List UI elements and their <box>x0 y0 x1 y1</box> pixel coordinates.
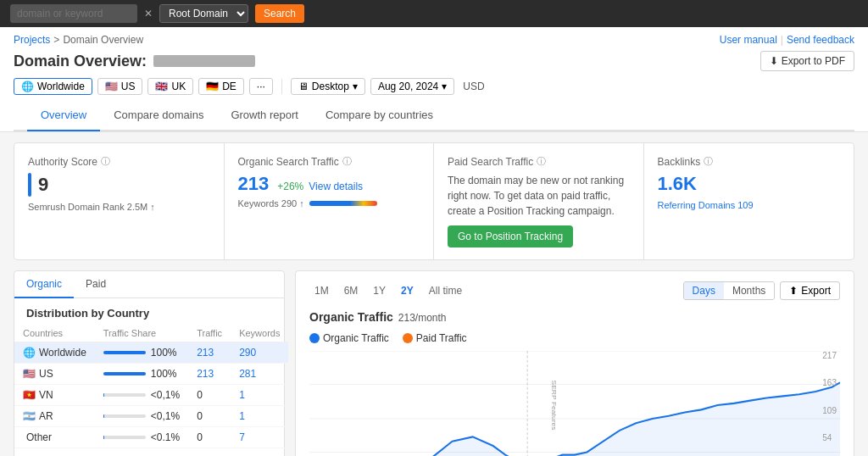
chart-title: Organic Traffic <box>309 310 393 324</box>
backlinks-value: 1.6K <box>658 173 841 195</box>
tab-growth-report[interactable]: Growth report <box>217 100 311 131</box>
traffic-share-value: <0.1% <box>151 431 180 443</box>
traffic-bar-container <box>103 436 146 439</box>
keywords-cell: 7 <box>231 427 288 448</box>
de-filter[interactable]: 🇩🇪 DE <box>198 78 244 95</box>
left-panel: Organic Paid Distribution by Country Cou… <box>14 270 285 456</box>
search-input[interactable] <box>10 4 137 23</box>
country-name-label: Other <box>26 431 52 443</box>
chart-subtitle: 213/month <box>398 312 447 324</box>
panel-tab-organic[interactable]: Organic <box>14 271 74 298</box>
traffic-bar-container <box>103 372 146 375</box>
uk-filter[interactable]: 🇬🇧 UK <box>147 78 193 95</box>
breadcrumb-projects[interactable]: Projects <box>14 34 50 46</box>
tab-compare-countries[interactable]: Compare by countries <box>312 100 447 131</box>
legend-paid: Paid Traffic <box>403 332 467 344</box>
view-details-link[interactable]: View details <box>309 181 363 192</box>
currency-label: USD <box>459 81 487 92</box>
backlinks-card: Backlinks ⓘ 1.6K Referring Domains 109 <box>644 143 854 259</box>
country-table: Countries Traffic Share Traffic Keywords… <box>14 325 288 448</box>
traffic-share-value: 100% <box>151 368 177 380</box>
export-icon: ⬇ <box>770 55 778 67</box>
backlinks-label: Backlinks ⓘ <box>658 155 841 168</box>
device-chevron-icon: ▾ <box>353 81 358 92</box>
date-filter[interactable]: Aug 20, 2024 ▾ <box>370 78 454 95</box>
paid-description: The domain may be new or not ranking rig… <box>448 173 630 219</box>
tab-overview[interactable]: Overview <box>27 100 100 131</box>
device-filter[interactable]: 🖥 Desktop ▾ <box>291 78 365 95</box>
right-panel: 1M 6M 1Y 2Y All time Days Months ⬆ Expor… <box>295 270 854 456</box>
organic-traffic-chart: SERP Features 217 163 109 54 0 <box>309 351 840 456</box>
country-flag-icon: 🇻🇳 <box>23 389 36 401</box>
time-btn-all[interactable]: All time <box>424 283 467 298</box>
nav-tabs: Overview Compare domains Growth report C… <box>14 100 854 131</box>
traffic-share-cell: <0.1% <box>95 427 188 448</box>
country-cell: 🇻🇳 VN <box>14 385 95 406</box>
export-pdf-button[interactable]: ⬇ Export to PDF <box>760 51 854 71</box>
time-btn-1m[interactable]: 1M <box>309 283 334 298</box>
country-name-label: AR <box>39 410 53 422</box>
traffic-share-cell: 100% <box>95 342 188 364</box>
authority-bar <box>28 173 31 197</box>
traffic-share-value: 100% <box>151 347 177 359</box>
uk-flag-icon: 🇬🇧 <box>155 81 168 92</box>
worldwide-icon: 🌐 <box>21 81 34 92</box>
traffic-cell: 213 <box>188 342 231 364</box>
view-months-button[interactable]: Months <box>724 282 774 299</box>
worldwide-filter[interactable]: 🌐 Worldwide <box>14 78 92 95</box>
traffic-cell: 0 <box>188 427 231 448</box>
search-button[interactable]: Search <box>255 4 304 23</box>
traffic-bar-container <box>103 414 146 418</box>
country-flag-icon: 🇺🇸 <box>23 368 36 380</box>
time-btn-6m[interactable]: 6M <box>339 283 364 298</box>
organic-info-icon[interactable]: ⓘ <box>342 155 352 168</box>
table-row: 🇻🇳 VN <0,1% 0 1 <box>14 385 288 406</box>
view-days-button[interactable]: Days <box>684 282 724 299</box>
traffic-bar-fill <box>103 414 104 418</box>
keywords-cell: 281 <box>231 364 288 385</box>
backlinks-info-icon[interactable]: ⓘ <box>704 155 713 168</box>
country-cell: 🌐 Worldwide <box>14 342 95 364</box>
authority-sub: Semrush Domain Rank 2.5M ↑ <box>28 202 210 212</box>
us-filter[interactable]: 🇺🇸 US <box>97 78 143 95</box>
time-btn-1y[interactable]: 1Y <box>368 283 391 298</box>
organic-traffic-label: Organic Search Traffic ⓘ <box>238 155 420 168</box>
top-bar: ✕ Root Domain Search <box>0 0 868 27</box>
traffic-cell: 0 <box>188 406 231 427</box>
table-row: Other <0.1% 0 7 <box>14 427 288 448</box>
table-row: 🌐 Worldwide 100% 213 290 <box>14 342 288 364</box>
authority-info-icon[interactable]: ⓘ <box>101 155 110 168</box>
keywords-count-label: Keywords 290 ↑ <box>238 198 304 209</box>
export-chart-button[interactable]: ⬆ Export <box>780 281 840 300</box>
more-filters-button[interactable]: ··· <box>249 78 273 95</box>
organic-traffic-card: Organic Search Traffic ⓘ 213 +26% View d… <box>225 143 435 259</box>
user-manual-link[interactable]: User manual <box>720 34 777 46</box>
legend-paid-dot <box>403 333 413 343</box>
tab-compare-domains[interactable]: Compare domains <box>100 100 217 131</box>
time-btn-2y[interactable]: 2Y <box>396 283 419 298</box>
traffic-share-value: <0,1% <box>151 389 180 401</box>
paid-info-icon[interactable]: ⓘ <box>537 155 546 168</box>
panel-tab-paid[interactable]: Paid <box>74 271 118 298</box>
traffic-share-cell: 100% <box>95 364 188 385</box>
legend-paid-label: Paid Traffic <box>416 332 467 344</box>
authority-score-card: Authority Score ⓘ 9 Semrush Domain Rank … <box>14 143 225 259</box>
keywords-cell: 290 <box>231 342 288 364</box>
table-row: 🇺🇸 US 100% 213 281 <box>14 364 288 385</box>
position-tracking-button[interactable]: Go to Position Tracking <box>448 225 573 247</box>
country-name-label: US <box>39 368 53 380</box>
send-feedback-link[interactable]: Send feedback <box>787 34 854 46</box>
country-flag-icon: 🌐 <box>23 347 36 359</box>
traffic-bar-container <box>103 351 146 354</box>
domain-name-bar <box>153 55 255 67</box>
bottom-section: Organic Paid Distribution by Country Cou… <box>14 270 854 456</box>
referring-domains-link[interactable]: Referring Domains 109 <box>658 200 754 210</box>
root-domain-select[interactable]: Root Domain <box>159 4 248 23</box>
organic-change-badge: +26% <box>277 181 303 192</box>
clear-search-button[interactable]: ✕ <box>144 8 153 19</box>
paid-traffic-card: Paid Search Traffic ⓘ The domain may be … <box>434 143 644 259</box>
country-cell: 🇺🇸 US <box>14 364 95 385</box>
breadcrumb-separator: > <box>53 34 59 46</box>
traffic-cell: 213 <box>188 364 231 385</box>
traffic-bar-fill <box>103 436 104 439</box>
